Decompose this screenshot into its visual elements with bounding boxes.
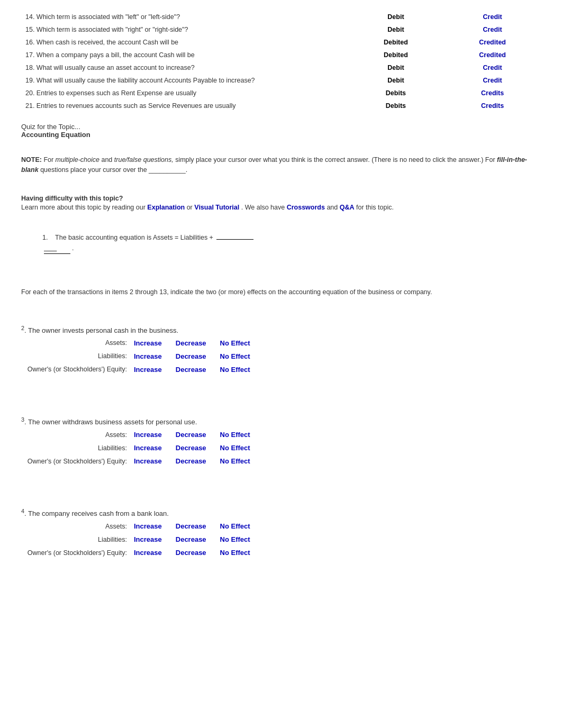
answer-row: Assets: Increase Decrease No Effect: [21, 339, 541, 348]
quiz-debit-answer[interactable]: Debited: [348, 36, 445, 49]
answer-label: Liabilities:: [21, 536, 132, 543]
answer-options: Increase Decrease No Effect: [132, 430, 252, 439]
quiz-q-text: 19. What will usually cause the liabilit…: [21, 74, 348, 87]
q1-block: 1. The basic accounting equation is Asse…: [42, 232, 541, 254]
quiz-credit-answer[interactable]: Credited: [444, 49, 541, 61]
q2-text: The owner invests personal cash in the b…: [28, 326, 178, 334]
quiz-label: Quiz for the Topic...: [21, 123, 541, 131]
q1-number: 1.: [42, 234, 48, 241]
q4-block: 4. The company receives cash from a bank…: [21, 508, 541, 557]
answer-decrease[interactable]: Decrease: [174, 430, 208, 439]
answer-options: Increase Decrease No Effect: [132, 365, 252, 374]
answer-increase[interactable]: Increase: [132, 430, 164, 439]
answer-decrease[interactable]: Decrease: [174, 339, 208, 348]
answer-decrease[interactable]: Decrease: [174, 443, 208, 452]
quiz-q-text: 21. Entries to revenues accounts such as…: [21, 99, 348, 112]
answer-increase[interactable]: Increase: [132, 365, 164, 374]
answer-no-effect[interactable]: No Effect: [219, 430, 252, 439]
answer-increase[interactable]: Increase: [132, 548, 164, 557]
answer-decrease[interactable]: Decrease: [174, 522, 208, 531]
quiz-debit-answer[interactable]: Debit: [348, 11, 445, 23]
answer-decrease[interactable]: Decrease: [174, 457, 208, 466]
note-blank: __________.: [149, 166, 187, 174]
note-true-false: true/false questions,: [114, 156, 174, 163]
visual-tutorial-link[interactable]: Visual Tutorial: [194, 204, 239, 211]
quiz-debit-answer[interactable]: Debit: [348, 23, 445, 36]
quiz-table-row: 18. What will usually cause an asset acc…: [21, 61, 541, 74]
answer-options: Increase Decrease No Effect: [132, 352, 252, 361]
q4-answers: Assets: Increase Decrease No Effect Liab…: [21, 522, 541, 557]
answer-label: Assets:: [21, 339, 132, 347]
help-and: and: [327, 204, 338, 211]
answer-no-effect[interactable]: No Effect: [219, 522, 252, 531]
quiz-credit-answer[interactable]: Credits: [444, 87, 541, 99]
answer-row: Owner's (or Stockholders') Equity: Incre…: [21, 457, 541, 466]
note-text4: questions place your cursor over the: [40, 166, 149, 174]
answer-label: Owner's (or Stockholders') Equity:: [21, 549, 132, 557]
answer-increase[interactable]: Increase: [132, 339, 164, 348]
q4-text: The company receives cash from a bank lo…: [28, 509, 169, 517]
quiz-debit-answer[interactable]: Debit: [348, 74, 445, 87]
quiz-credit-answer[interactable]: Credit: [444, 74, 541, 87]
answer-no-effect[interactable]: No Effect: [219, 457, 252, 466]
answer-increase[interactable]: Increase: [132, 457, 164, 466]
explanation-link[interactable]: Explanation: [147, 204, 185, 211]
quiz-q-text: 14. Which term is associated with "left"…: [21, 11, 348, 23]
answer-row: Owner's (or Stockholders') Equity: Incre…: [21, 365, 541, 374]
q3-answers: Assets: Increase Decrease No Effect Liab…: [21, 430, 541, 466]
answer-row: Liabilities: Increase Decrease No Effect: [21, 535, 541, 544]
crosswords-link[interactable]: Crosswords: [287, 204, 325, 211]
answer-label: Assets:: [21, 523, 132, 530]
quiz-table-row: 21. Entries to revenues accounts such as…: [21, 99, 541, 112]
answer-no-effect[interactable]: No Effect: [219, 443, 252, 452]
answer-decrease[interactable]: Decrease: [174, 548, 208, 557]
quiz-table-row: 20. Entries to expenses such as Rent Exp…: [21, 87, 541, 99]
answer-label: Liabilities:: [21, 352, 132, 360]
quiz-credit-answer[interactable]: Credit: [444, 11, 541, 23]
answer-no-effect[interactable]: No Effect: [219, 535, 252, 544]
quiz-table-row: 19. What will usually cause the liabilit…: [21, 74, 541, 87]
quiz-debit-answer[interactable]: Debit: [348, 61, 445, 74]
quiz-q-text: 17. When a company pays a bill, the acco…: [21, 49, 348, 61]
answer-increase[interactable]: Increase: [132, 535, 164, 544]
answer-no-effect[interactable]: No Effect: [219, 352, 252, 361]
answer-increase[interactable]: Increase: [132, 522, 164, 531]
answer-row: Liabilities: Increase Decrease No Effect: [21, 352, 541, 361]
note-text3: simply place your cursor over what you t…: [175, 156, 497, 163]
q3-block: 3. The owner withdraws business assets f…: [21, 416, 541, 466]
answer-decrease[interactable]: Decrease: [174, 365, 208, 374]
help-text: Learn more about this topic by reading o…: [21, 204, 541, 211]
answer-decrease[interactable]: Decrease: [174, 352, 208, 361]
quiz-table-row: 16. When cash is received, the account C…: [21, 36, 541, 49]
q2-answers: Assets: Increase Decrease No Effect Liab…: [21, 339, 541, 374]
answer-options: Increase Decrease No Effect: [132, 443, 252, 452]
answer-row: Assets: Increase Decrease No Effect: [21, 522, 541, 531]
quiz-q-text: 20. Entries to expenses such as Rent Exp…: [21, 87, 348, 99]
quiz-debit-answer[interactable]: Debits: [348, 99, 445, 112]
q4-number: 4. The company receives cash from a bank…: [21, 508, 541, 517]
transactions-intro: For each of the transactions in items 2 …: [21, 288, 541, 296]
answer-no-effect[interactable]: No Effect: [219, 365, 252, 374]
quiz-credit-answer[interactable]: Credit: [444, 61, 541, 74]
answer-decrease[interactable]: Decrease: [174, 535, 208, 544]
quiz-debit-answer[interactable]: Debited: [348, 49, 445, 61]
answer-no-effect[interactable]: No Effect: [219, 548, 252, 557]
answer-options: Increase Decrease No Effect: [132, 339, 252, 348]
quiz-credit-answer[interactable]: Credited: [444, 36, 541, 49]
q3-number: 3. The owner withdraws business assets f…: [21, 416, 541, 426]
qa-link[interactable]: Q&A: [340, 204, 355, 211]
q2-number: 2. The owner invests personal cash in th…: [21, 325, 541, 334]
answer-row: Liabilities: Increase Decrease No Effect: [21, 443, 541, 452]
quiz-credit-answer[interactable]: Credits: [444, 99, 541, 112]
help-text-middle: . We also have: [241, 204, 287, 211]
answer-increase[interactable]: Increase: [132, 443, 164, 452]
quiz-topic: Accounting Equation: [21, 131, 541, 139]
quiz-table-row: 14. Which term is associated with "left"…: [21, 11, 541, 23]
help-title: Having difficulty with this topic?: [21, 195, 541, 202]
help-text-end: for this topic.: [356, 204, 394, 211]
answer-no-effect[interactable]: No Effect: [219, 339, 252, 348]
quiz-debit-answer[interactable]: Debits: [348, 87, 445, 99]
answer-increase[interactable]: Increase: [132, 352, 164, 361]
note-text2: and: [101, 156, 114, 163]
quiz-credit-answer[interactable]: Credit: [444, 23, 541, 36]
